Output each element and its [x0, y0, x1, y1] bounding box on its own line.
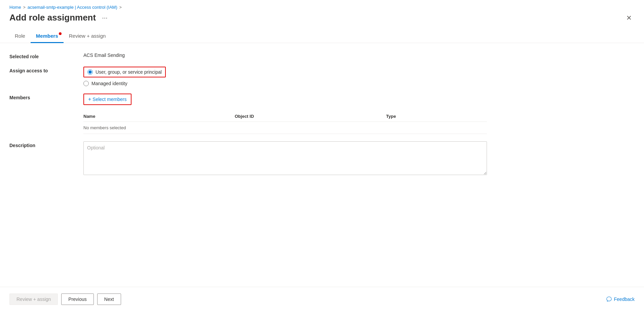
radio-managed-identity[interactable]: Managed identity — [83, 81, 166, 86]
close-button[interactable]: ✕ — [623, 13, 635, 23]
radio-user-group[interactable]: User, group, or service principal — [83, 67, 166, 77]
next-button[interactable]: Next — [97, 293, 121, 305]
breadcrumb-sep-1: > — [23, 5, 26, 10]
table-row-empty: No members selected — [83, 122, 487, 134]
tab-role[interactable]: Role — [9, 30, 31, 43]
plus-icon: + — [88, 96, 91, 102]
feedback-button[interactable]: Feedback — [606, 296, 635, 302]
description-row: Description — [9, 141, 635, 175]
page-header: Add role assignment ··· ✕ — [0, 10, 644, 23]
footer: Review + assign Previous Next Feedback — [0, 287, 644, 311]
breadcrumb-home[interactable]: Home — [9, 5, 21, 10]
description-input[interactable] — [83, 141, 487, 175]
selected-role-value: ACS Email Sending — [83, 53, 125, 58]
assign-access-row: Assign access to User, group, or service… — [9, 67, 635, 86]
review-assign-button: Review + assign — [9, 293, 58, 305]
assign-access-label: Assign access to — [9, 67, 83, 73]
more-options-icon[interactable]: ··· — [99, 12, 110, 23]
description-label: Description — [9, 141, 83, 148]
footer-left: Review + assign Previous Next — [9, 293, 121, 305]
col-header-object-id: Object ID — [235, 111, 386, 122]
tab-members-label: Members — [36, 33, 58, 39]
tabs-row: Role Members Review + assign — [0, 23, 644, 43]
radio-managed-identity-label: Managed identity — [91, 81, 127, 86]
previous-button[interactable]: Previous — [61, 293, 93, 305]
tab-review-label: Review + assign — [69, 33, 106, 39]
members-dot — [59, 32, 62, 35]
select-members-button[interactable]: + Select members — [83, 94, 131, 105]
members-section: + Select members Name Object ID Type No … — [83, 94, 487, 134]
content-area: Selected role ACS Email Sending Assign a… — [0, 43, 644, 216]
radio-user-group-input[interactable] — [87, 69, 93, 75]
breadcrumb: Home > acsemail-smtp-example | Access co… — [0, 0, 644, 10]
breadcrumb-iam[interactable]: acsemail-smtp-example | Access control (… — [28, 5, 117, 10]
col-header-type: Type — [386, 111, 487, 122]
members-label: Members — [9, 94, 83, 100]
tab-role-label: Role — [15, 33, 25, 39]
page-wrapper: Home > acsemail-smtp-example | Access co… — [0, 0, 644, 311]
feedback-icon — [606, 296, 612, 302]
assign-access-options: User, group, or service principal Manage… — [83, 67, 166, 86]
tab-review-assign[interactable]: Review + assign — [64, 30, 111, 43]
tab-members[interactable]: Members — [31, 30, 64, 43]
empty-message: No members selected — [83, 122, 487, 134]
radio-managed-identity-input[interactable] — [83, 81, 89, 86]
breadcrumb-sep-2: > — [119, 5, 122, 10]
selected-role-row: Selected role ACS Email Sending — [9, 53, 635, 59]
members-row: Members + Select members Name Object ID … — [9, 94, 635, 134]
select-members-label: Select members — [92, 97, 126, 102]
members-table: Name Object ID Type No members selected — [83, 111, 487, 134]
col-header-name: Name — [83, 111, 235, 122]
feedback-label: Feedback — [614, 297, 635, 302]
page-title: Add role assignment — [9, 12, 96, 23]
page-title-row: Add role assignment ··· — [9, 12, 110, 23]
selected-role-label: Selected role — [9, 53, 83, 59]
radio-user-group-label: User, group, or service principal — [96, 69, 162, 75]
